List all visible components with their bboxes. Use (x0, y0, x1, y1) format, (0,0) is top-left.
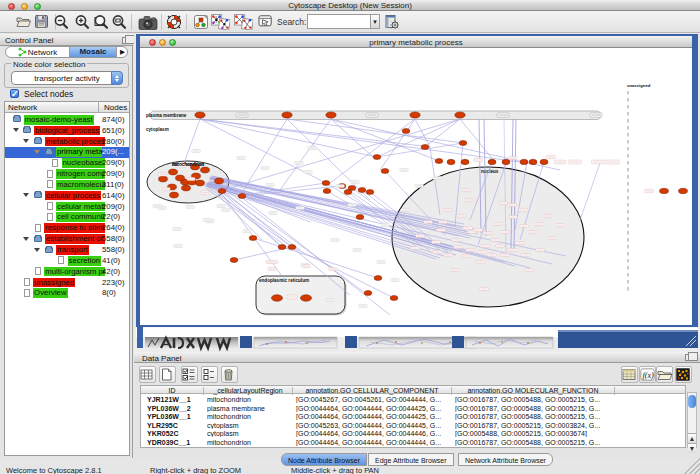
svg-text:mitochondrion: mitochondrion (172, 162, 204, 167)
svg-text:nucleus: nucleus (481, 169, 499, 174)
svg-text:f(x): f(x) (643, 371, 654, 380)
svg-text:unassigned: unassigned (627, 83, 651, 88)
svg-text:plasma membrane: plasma membrane (146, 113, 187, 118)
svg-text:endoplasmic reticulum: endoplasmic reticulum (259, 278, 309, 283)
svg-text:cytoplasm: cytoplasm (146, 127, 169, 132)
